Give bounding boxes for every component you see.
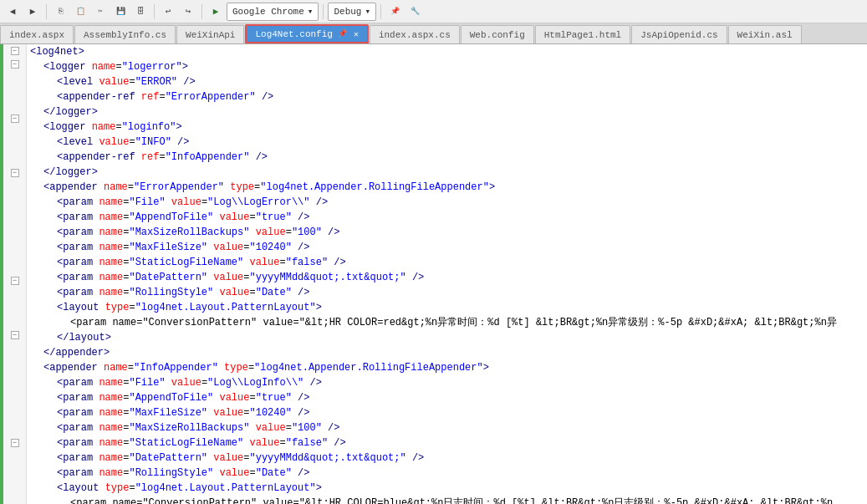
code-content: <appender name="InfoAppender" type="log4… xyxy=(43,360,489,375)
code-line: <param name="MaxFileSize" value="10240" … xyxy=(27,405,867,420)
code-line: </logger> xyxy=(27,165,867,180)
fold-collapse-icon[interactable]: − xyxy=(11,60,19,69)
tab-index-aspx[interactable]: index.aspx xyxy=(0,25,74,43)
code-content: <logger name="loginfo"> xyxy=(43,120,182,135)
misc-btn-1[interactable]: 📌 xyxy=(385,3,404,21)
run-button[interactable]: ▶ xyxy=(207,3,225,21)
debug-label: Debug xyxy=(334,7,361,17)
code-line: <param name="RollingStyle" value="Date" … xyxy=(27,285,867,300)
paste-button[interactable]: 📋 xyxy=(71,3,89,21)
code-line: <appender name="InfoAppender" type="log4… xyxy=(27,360,867,375)
code-line: <level value="INFO" /> xyxy=(27,135,867,150)
gutter-row xyxy=(3,355,26,369)
tab-htmlpage1-html[interactable]: HtmlPage1.html xyxy=(535,25,630,43)
cut-button[interactable]: ✂ xyxy=(91,3,110,21)
tab-close-button[interactable]: ✕ xyxy=(354,29,359,39)
misc-btn-2[interactable]: 🔧 xyxy=(405,3,424,21)
gutter-row xyxy=(3,369,26,382)
gutter-row xyxy=(3,477,26,491)
gutter-row xyxy=(3,314,26,328)
tab-label: Web.config xyxy=(470,30,525,40)
debug-dropdown[interactable]: Debug ▾ xyxy=(328,3,376,21)
toolbar-sep-4 xyxy=(323,4,324,19)
fold-collapse-icon[interactable]: − xyxy=(11,439,19,447)
redo-button[interactable]: ↪ xyxy=(179,3,197,21)
gutter-row xyxy=(3,382,26,395)
tab-weixin-asl[interactable]: WeiXin.asl xyxy=(728,25,802,43)
code-area[interactable]: <log4net><logger name="logerror"><level … xyxy=(27,44,867,504)
gutter-row xyxy=(3,139,26,152)
code-content: <layout type="log4net.Layout.PatternLayo… xyxy=(57,300,322,315)
toolbar-sep-5 xyxy=(380,4,381,19)
gutter-row xyxy=(3,152,26,165)
gutter-row xyxy=(3,450,26,463)
code-line: <param name="StaticLogFileName" value="f… xyxy=(27,435,867,451)
toolbar-sep-2 xyxy=(154,4,155,19)
code-line: </logger> xyxy=(27,104,867,120)
fold-collapse-icon[interactable]: − xyxy=(11,47,19,55)
fold-collapse-icon[interactable]: − xyxy=(11,169,19,177)
save-button[interactable]: 💾 xyxy=(111,3,130,21)
gutter-row: − xyxy=(3,112,26,125)
toolbar-sep-1 xyxy=(46,4,47,19)
code-content: <param name="ConversionPattern" value="&… xyxy=(70,315,837,330)
code-content: </logger> xyxy=(43,104,98,120)
code-content: <log4net> xyxy=(30,44,84,59)
code-line: <param name="AppendToFile" value="true" … xyxy=(27,210,867,225)
code-line: <logger name="logerror"> xyxy=(27,59,867,74)
code-line: </appender> xyxy=(27,345,867,360)
code-line: <param name="AppendToFile" value="true" … xyxy=(27,390,867,405)
code-content: <param name="MaxSizeRollBackups" value="… xyxy=(57,225,340,240)
code-content: <param name="MaxFileSize" value="10240" … xyxy=(57,405,310,420)
gutter-row: − xyxy=(3,328,26,342)
back-button[interactable]: ◀ xyxy=(3,3,22,21)
code-content: <param name="StaticLogFileName" value="f… xyxy=(57,255,346,270)
code-line: <param name="StaticLogFileName" value="f… xyxy=(27,255,867,270)
gutter-row xyxy=(3,206,26,220)
forward-button[interactable]: ▶ xyxy=(23,3,42,21)
copy-button[interactable]: ⎘ xyxy=(51,3,69,21)
code-content: </logger> xyxy=(43,165,98,180)
code-line: <param name="ConversionPattern" value="&… xyxy=(27,496,867,504)
app-name: Google Chrome xyxy=(232,7,304,17)
gutter-row xyxy=(3,71,26,84)
save-all-button[interactable]: 🗄 xyxy=(131,3,150,21)
gutter-row xyxy=(3,395,26,409)
tab-label: JsApiOpenid.cs xyxy=(640,30,717,40)
gutter-row xyxy=(3,180,26,193)
tab-web-config[interactable]: Web.config xyxy=(461,25,534,43)
undo-button[interactable]: ↩ xyxy=(159,3,177,21)
code-line: <appender-ref ref="InfoAppender" /> xyxy=(27,150,867,165)
gutter-row xyxy=(3,410,26,423)
fold-collapse-icon[interactable]: − xyxy=(11,277,19,285)
gutter-row: − xyxy=(3,274,26,288)
code-content: <level value="ERROR" /> xyxy=(57,74,196,89)
tab-index-aspx-cs[interactable]: index.aspx.cs xyxy=(370,25,460,43)
tab-label: Log4Net.config xyxy=(255,29,332,39)
tab-label: index.aspx.cs xyxy=(379,30,451,40)
code-content: <param name="AppendToFile" value="true" … xyxy=(57,390,310,405)
fold-collapse-icon[interactable]: − xyxy=(11,331,19,339)
tab-label: WeiXin.asl xyxy=(737,30,793,40)
tabs-bar: index.aspx AssemblyInfo.cs WeiXinApi Log… xyxy=(0,23,867,44)
gutter-row xyxy=(3,288,26,301)
tab-pin-icon: 📌 xyxy=(338,29,347,38)
fold-collapse-icon[interactable]: − xyxy=(11,115,19,123)
gutter-row xyxy=(3,423,26,436)
tab-label: AssemblyInfo.cs xyxy=(84,30,166,40)
gutter-row xyxy=(3,99,26,112)
app-dropdown[interactable]: Google Chrome ▾ xyxy=(227,3,319,21)
tab-label: HtmlPage1.html xyxy=(544,30,621,40)
gutter-row xyxy=(3,261,26,274)
tab-jsapi-openid-cs[interactable]: JsApiOpenid.cs xyxy=(631,25,727,43)
code-line: <param name="DatePattern" value="yyyyMMd… xyxy=(27,270,867,285)
gutter-row xyxy=(3,463,26,476)
code-content: <param name="ConversionPattern" value="&… xyxy=(70,496,833,504)
code-line: </layout> xyxy=(27,330,867,345)
toolbar: ◀ ▶ ⎘ 📋 ✂ 💾 🗄 ↩ ↪ ▶ Google Chrome ▾ Debu… xyxy=(0,0,867,23)
tab-weixin-api[interactable]: WeiXinApi xyxy=(176,25,244,43)
fold-gutter: −−−−−−− xyxy=(3,44,27,504)
tab-assemblyinfo-cs[interactable]: AssemblyInfo.cs xyxy=(74,25,176,43)
code-content: <param name="DatePattern" value="yyyyMMd… xyxy=(57,270,424,285)
tab-log4net-config[interactable]: Log4Net.config 📌 ✕ xyxy=(245,24,368,43)
